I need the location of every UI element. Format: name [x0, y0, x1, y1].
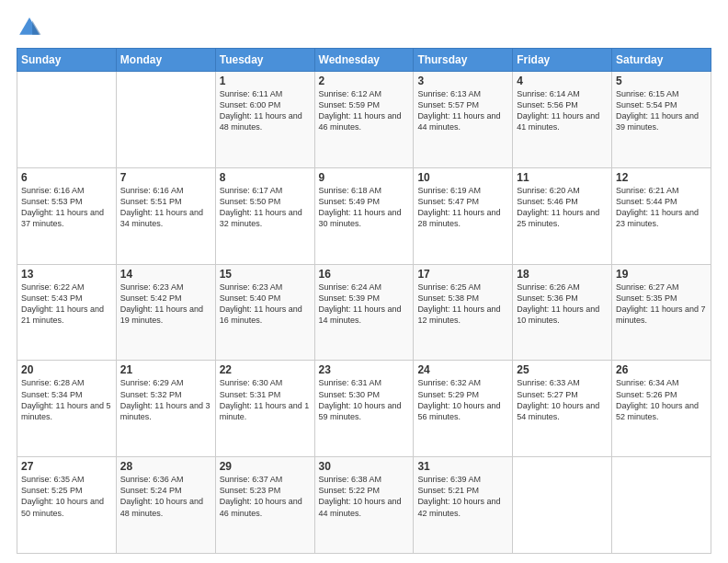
day-info: Sunrise: 6:16 AM Sunset: 5:53 PM Dayligh… — [21, 185, 112, 230]
day-number: 14 — [120, 268, 211, 281]
day-number: 4 — [517, 75, 608, 87]
day-info: Sunrise: 6:25 AM Sunset: 5:38 PM Dayligh… — [417, 282, 508, 327]
day-number: 20 — [21, 363, 112, 376]
day-cell: 27Sunrise: 6:35 AM Sunset: 5:25 PM Dayli… — [17, 457, 117, 554]
col-header-wednesday: Wednesday — [314, 49, 414, 72]
day-info: Sunrise: 6:15 AM Sunset: 5:54 PM Dayligh… — [616, 88, 707, 133]
day-info: Sunrise: 6:11 AM Sunset: 6:00 PM Dayligh… — [220, 88, 311, 133]
calendar-table: SundayMondayTuesdayWednesdayThursdayFrid… — [17, 48, 711, 554]
day-number: 31 — [417, 460, 508, 473]
day-cell: 13Sunrise: 6:22 AM Sunset: 5:43 PM Dayli… — [17, 264, 117, 361]
header — [17, 15, 711, 40]
day-info: Sunrise: 6:18 AM Sunset: 5:49 PM Dayligh… — [319, 185, 410, 230]
day-number: 8 — [220, 171, 311, 184]
day-number: 9 — [319, 171, 410, 184]
day-cell: 17Sunrise: 6:25 AM Sunset: 5:38 PM Dayli… — [414, 264, 513, 361]
day-cell: 20Sunrise: 6:28 AM Sunset: 5:34 PM Dayli… — [17, 361, 117, 457]
day-info: Sunrise: 6:27 AM Sunset: 5:35 PM Dayligh… — [616, 282, 707, 327]
day-cell: 24Sunrise: 6:32 AM Sunset: 5:29 PM Dayli… — [414, 361, 513, 457]
week-row-3: 13Sunrise: 6:22 AM Sunset: 5:43 PM Dayli… — [17, 264, 711, 361]
day-cell: 26Sunrise: 6:34 AM Sunset: 5:26 PM Dayli… — [612, 361, 711, 457]
day-number: 28 — [120, 460, 211, 473]
day-cell: 10Sunrise: 6:19 AM Sunset: 5:47 PM Dayli… — [414, 167, 513, 264]
day-number: 16 — [319, 268, 410, 281]
week-row-2: 6Sunrise: 6:16 AM Sunset: 5:53 PM Daylig… — [17, 167, 711, 264]
day-number: 12 — [616, 171, 707, 184]
day-info: Sunrise: 6:20 AM Sunset: 5:46 PM Dayligh… — [517, 185, 608, 230]
day-info: Sunrise: 6:28 AM Sunset: 5:34 PM Dayligh… — [21, 377, 112, 422]
day-number: 10 — [417, 171, 508, 184]
day-cell: 12Sunrise: 6:21 AM Sunset: 5:44 PM Dayli… — [612, 167, 711, 264]
day-number: 29 — [220, 460, 311, 473]
day-number: 11 — [517, 171, 608, 184]
day-info: Sunrise: 6:37 AM Sunset: 5:23 PM Dayligh… — [220, 474, 311, 519]
day-info: Sunrise: 6:36 AM Sunset: 5:24 PM Dayligh… — [120, 474, 211, 519]
day-cell: 4Sunrise: 6:14 AM Sunset: 5:56 PM Daylig… — [513, 72, 612, 168]
day-cell: 8Sunrise: 6:17 AM Sunset: 5:50 PM Daylig… — [215, 167, 314, 264]
day-cell — [17, 72, 117, 168]
day-info: Sunrise: 6:13 AM Sunset: 5:57 PM Dayligh… — [417, 88, 508, 133]
day-cell: 9Sunrise: 6:18 AM Sunset: 5:49 PM Daylig… — [314, 167, 414, 264]
day-cell: 22Sunrise: 6:30 AM Sunset: 5:31 PM Dayli… — [215, 361, 314, 457]
day-cell — [612, 457, 711, 554]
day-number: 15 — [220, 268, 311, 281]
day-info: Sunrise: 6:16 AM Sunset: 5:51 PM Dayligh… — [120, 185, 211, 230]
day-info: Sunrise: 6:33 AM Sunset: 5:27 PM Dayligh… — [517, 377, 608, 422]
day-number: 7 — [120, 171, 211, 184]
day-number: 25 — [517, 363, 608, 376]
day-cell — [513, 457, 612, 554]
day-number: 2 — [319, 75, 410, 87]
day-info: Sunrise: 6:21 AM Sunset: 5:44 PM Dayligh… — [616, 185, 707, 230]
day-number: 30 — [319, 460, 410, 473]
day-cell: 28Sunrise: 6:36 AM Sunset: 5:24 PM Dayli… — [116, 457, 215, 554]
day-number: 19 — [616, 268, 707, 281]
day-number: 1 — [220, 75, 311, 87]
logo — [17, 15, 46, 40]
week-row-5: 27Sunrise: 6:35 AM Sunset: 5:25 PM Dayli… — [17, 457, 711, 554]
day-info: Sunrise: 6:12 AM Sunset: 5:59 PM Dayligh… — [319, 88, 410, 133]
day-number: 5 — [616, 75, 707, 87]
day-cell: 2Sunrise: 6:12 AM Sunset: 5:59 PM Daylig… — [314, 72, 414, 168]
day-number: 21 — [120, 363, 211, 376]
day-info: Sunrise: 6:14 AM Sunset: 5:56 PM Dayligh… — [517, 88, 608, 133]
day-info: Sunrise: 6:29 AM Sunset: 5:32 PM Dayligh… — [120, 377, 211, 422]
day-cell: 11Sunrise: 6:20 AM Sunset: 5:46 PM Dayli… — [513, 167, 612, 264]
day-cell: 18Sunrise: 6:26 AM Sunset: 5:36 PM Dayli… — [513, 264, 612, 361]
day-info: Sunrise: 6:19 AM Sunset: 5:47 PM Dayligh… — [417, 185, 508, 230]
day-number: 6 — [21, 171, 112, 184]
day-info: Sunrise: 6:39 AM Sunset: 5:21 PM Dayligh… — [417, 474, 508, 519]
day-info: Sunrise: 6:17 AM Sunset: 5:50 PM Dayligh… — [220, 185, 311, 230]
day-number: 23 — [319, 363, 410, 376]
col-header-monday: Monday — [116, 49, 215, 72]
week-row-4: 20Sunrise: 6:28 AM Sunset: 5:34 PM Dayli… — [17, 361, 711, 457]
day-number: 3 — [417, 75, 508, 87]
day-info: Sunrise: 6:32 AM Sunset: 5:29 PM Dayligh… — [417, 377, 508, 422]
day-info: Sunrise: 6:24 AM Sunset: 5:39 PM Dayligh… — [319, 282, 410, 327]
day-cell: 5Sunrise: 6:15 AM Sunset: 5:54 PM Daylig… — [612, 72, 711, 168]
day-cell: 21Sunrise: 6:29 AM Sunset: 5:32 PM Dayli… — [116, 361, 215, 457]
header-row: SundayMondayTuesdayWednesdayThursdayFrid… — [17, 49, 711, 72]
col-header-saturday: Saturday — [612, 49, 711, 72]
day-cell: 7Sunrise: 6:16 AM Sunset: 5:51 PM Daylig… — [116, 167, 215, 264]
day-number: 27 — [21, 460, 112, 473]
day-number: 17 — [417, 268, 508, 281]
day-info: Sunrise: 6:34 AM Sunset: 5:26 PM Dayligh… — [616, 377, 707, 422]
day-info: Sunrise: 6:35 AM Sunset: 5:25 PM Dayligh… — [21, 474, 112, 519]
day-info: Sunrise: 6:22 AM Sunset: 5:43 PM Dayligh… — [21, 282, 112, 327]
day-cell: 19Sunrise: 6:27 AM Sunset: 5:35 PM Dayli… — [612, 264, 711, 361]
day-cell: 31Sunrise: 6:39 AM Sunset: 5:21 PM Dayli… — [414, 457, 513, 554]
day-cell: 16Sunrise: 6:24 AM Sunset: 5:39 PM Dayli… — [314, 264, 414, 361]
day-number: 22 — [220, 363, 311, 376]
day-number: 13 — [21, 268, 112, 281]
day-number: 18 — [517, 268, 608, 281]
col-header-friday: Friday — [513, 49, 612, 72]
day-number: 24 — [417, 363, 508, 376]
col-header-sunday: Sunday — [17, 49, 117, 72]
day-cell: 25Sunrise: 6:33 AM Sunset: 5:27 PM Dayli… — [513, 361, 612, 457]
day-cell: 30Sunrise: 6:38 AM Sunset: 5:22 PM Dayli… — [314, 457, 414, 554]
day-cell: 29Sunrise: 6:37 AM Sunset: 5:23 PM Dayli… — [215, 457, 314, 554]
day-info: Sunrise: 6:30 AM Sunset: 5:31 PM Dayligh… — [220, 377, 311, 422]
week-row-1: 1Sunrise: 6:11 AM Sunset: 6:00 PM Daylig… — [17, 72, 711, 168]
day-info: Sunrise: 6:31 AM Sunset: 5:30 PM Dayligh… — [319, 377, 410, 422]
day-info: Sunrise: 6:23 AM Sunset: 5:42 PM Dayligh… — [120, 282, 211, 327]
